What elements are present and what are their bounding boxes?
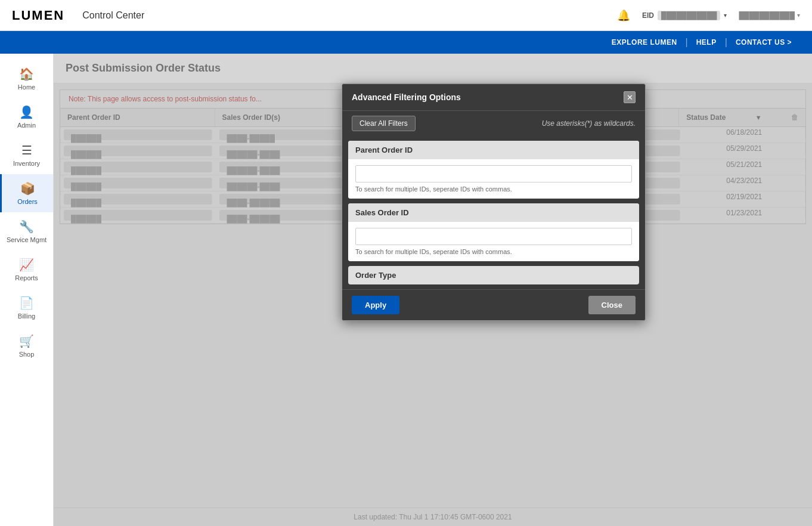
modal-title: Advanced Filtering Options bbox=[352, 92, 461, 102]
inventory-icon: ☰ bbox=[21, 143, 32, 157]
modal-body: Parent Order ID To search for multiple I… bbox=[342, 136, 645, 289]
sales-order-id-hint: To search for multiple IDs, seperate IDs… bbox=[355, 248, 632, 255]
notification-bell-icon[interactable]: 🔔 bbox=[617, 9, 630, 22]
user-section: ███████████ ▾ bbox=[739, 11, 800, 20]
admin-icon: 👤 bbox=[19, 105, 34, 119]
filter-section-order-type: Order Type bbox=[348, 266, 639, 284]
eid-chevron-icon[interactable]: ▾ bbox=[724, 12, 727, 18]
sidebar-item-home-label: Home bbox=[18, 83, 35, 91]
parent-order-id-input[interactable] bbox=[355, 165, 632, 182]
main-layout: 🏠 Home 👤 Admin ☰ Inventory 📦 Orders 🔧 Se… bbox=[0, 54, 812, 526]
home-icon: 🏠 bbox=[19, 67, 34, 81]
parent-order-id-hint: To search for multiple IDs, seperate IDs… bbox=[355, 185, 632, 193]
filter-section-sales-order-id-header: Sales Order ID bbox=[348, 203, 639, 222]
contact-us-link[interactable]: CONTACT US > bbox=[727, 31, 800, 54]
modal-subheader: Clear All Filters Use asterisks(*) as wi… bbox=[342, 111, 645, 136]
eid-section: EID ███████████ ▾ bbox=[642, 11, 727, 20]
modal-close-button[interactable]: ✕ bbox=[624, 91, 636, 103]
wildcard-hint: Use asterisks(*) as wildcards. bbox=[542, 119, 636, 128]
service-mgmt-icon: 🔧 bbox=[19, 219, 34, 234]
sidebar-item-billing[interactable]: 📄 Billing bbox=[0, 289, 53, 327]
sidebar-item-reports[interactable]: 📈 Reports bbox=[0, 250, 53, 289]
sidebar-item-shop-label: Shop bbox=[19, 351, 35, 358]
sidebar-item-orders[interactable]: 📦 Orders bbox=[0, 174, 53, 212]
user-chevron-icon[interactable]: ▾ bbox=[797, 12, 800, 18]
apply-button[interactable]: Apply bbox=[352, 296, 399, 314]
content-area: Post Submission Order Status Advanced Se… bbox=[54, 54, 812, 526]
user-value: ███████████ bbox=[739, 11, 795, 20]
help-link[interactable]: HELP bbox=[688, 31, 725, 54]
top-header: LUMEN Control Center 🔔 EID ███████████ ▾… bbox=[0, 0, 812, 31]
filter-section-parent-order-id-header: Parent Order ID bbox=[348, 141, 639, 159]
close-modal-button[interactable]: Close bbox=[588, 296, 636, 314]
app-title: Control Center bbox=[82, 10, 144, 21]
sidebar-item-orders-label: Orders bbox=[17, 198, 38, 205]
orders-icon: 📦 bbox=[20, 181, 35, 196]
eid-value: ███████████ bbox=[658, 11, 721, 20]
shop-icon: 🛒 bbox=[19, 334, 34, 348]
sidebar-item-inventory[interactable]: ☰ Inventory bbox=[0, 136, 53, 174]
clear-all-filters-button[interactable]: Clear All Filters bbox=[352, 116, 416, 131]
modal-header: Advanced Filtering Options ✕ bbox=[342, 84, 645, 111]
filter-section-sales-order-id-body: To search for multiple IDs, seperate IDs… bbox=[348, 222, 639, 261]
advanced-filtering-modal: Advanced Filtering Options ✕ Clear All F… bbox=[342, 83, 646, 321]
sidebar-item-service-mgmt[interactable]: 🔧 Service Mgmt bbox=[0, 212, 53, 250]
explore-lumen-link[interactable]: EXPLORE LUMEN bbox=[603, 31, 686, 54]
filter-section-order-type-header: Order Type bbox=[348, 266, 639, 284]
sidebar-item-admin[interactable]: 👤 Admin bbox=[0, 98, 53, 136]
filter-section-sales-order-id: Sales Order ID To search for multiple ID… bbox=[348, 203, 639, 261]
sidebar-item-admin-label: Admin bbox=[17, 122, 36, 129]
sidebar-item-shop[interactable]: 🛒 Shop bbox=[0, 327, 53, 365]
modal-footer: Apply Close bbox=[342, 289, 645, 320]
sidebar-item-inventory-label: Inventory bbox=[13, 160, 40, 167]
sidebar-item-reports-label: Reports bbox=[15, 274, 38, 281]
reports-icon: 📈 bbox=[19, 258, 34, 272]
sales-order-id-input[interactable] bbox=[355, 228, 632, 245]
lumen-logo: LUMEN bbox=[12, 8, 64, 23]
eid-label: EID bbox=[642, 11, 654, 20]
sidebar-item-service-mgmt-label: Service Mgmt bbox=[7, 236, 47, 243]
header-right: 🔔 EID ███████████ ▾ ███████████ ▾ bbox=[617, 9, 800, 22]
filter-section-parent-order-id-body: To search for multiple IDs, seperate IDs… bbox=[348, 159, 639, 199]
sidebar: 🏠 Home 👤 Admin ☰ Inventory 📦 Orders 🔧 Se… bbox=[0, 54, 54, 526]
filter-section-parent-order-id: Parent Order ID To search for multiple I… bbox=[348, 141, 639, 199]
billing-icon: 📄 bbox=[19, 296, 34, 310]
blue-navigation-bar: EXPLORE LUMEN | HELP | CONTACT US > bbox=[0, 31, 812, 54]
sidebar-item-home[interactable]: 🏠 Home bbox=[0, 60, 53, 98]
sidebar-item-billing-label: Billing bbox=[18, 312, 35, 320]
